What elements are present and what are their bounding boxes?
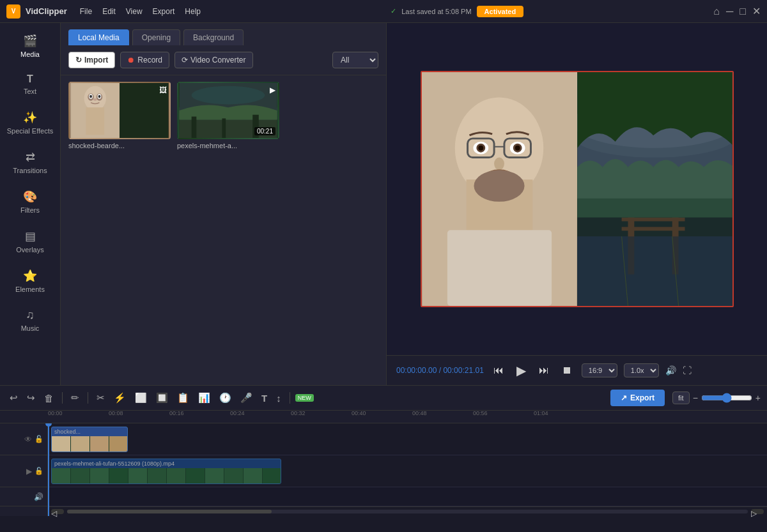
svg-rect-16 <box>192 117 197 138</box>
arrow-button[interactable]: ↕ <box>273 391 284 406</box>
scrollbar-thumb[interactable] <box>67 510 272 513</box>
media-item[interactable]: 🖼 <box>68 82 171 149</box>
sidebar: 🎬 Media T Text ✨ Special Effects ⇄ Trans… <box>0 23 61 385</box>
media-filter-select[interactable]: All Video Audio Image <box>332 52 378 68</box>
lock-icon-1[interactable]: 🔓 <box>35 435 43 443</box>
media-thumbnail[interactable]: 🖼 <box>68 82 171 139</box>
export-button[interactable]: ↗ Export <box>610 390 665 406</box>
voiceover-button[interactable]: 🎤 <box>237 390 256 406</box>
aspect-ratio-select[interactable]: 16:9 9:16 1:1 4:3 <box>582 363 617 377</box>
tab-background[interactable]: Background <box>183 29 244 45</box>
clip-thumb <box>52 468 71 484</box>
media-type-icon: 🖼 <box>159 86 167 95</box>
playback-speed-select[interactable]: 1.0x 0.5x 1.5x 2.0x <box>624 363 659 377</box>
scrollbar-track[interactable] <box>67 510 748 513</box>
next-frame-button[interactable]: ⏭ <box>536 363 552 378</box>
text-tl-button[interactable]: T <box>258 391 270 406</box>
play-button[interactable]: ▶ <box>513 361 529 380</box>
zoom-slider[interactable] <box>701 393 752 403</box>
maximize-icon[interactable]: □ <box>740 6 746 17</box>
svg-point-34 <box>474 170 524 201</box>
menu-export[interactable]: Export <box>153 7 175 16</box>
prev-frame-button[interactable]: ⏮ <box>490 363 507 378</box>
track-icon-1[interactable]: 👁 <box>24 435 32 444</box>
ruler-mark: 00:00 <box>48 411 63 416</box>
home-icon[interactable]: ⌂ <box>713 6 720 17</box>
sidebar-item-special-effects[interactable]: ✨ Special Effects <box>0 103 60 142</box>
copy-button[interactable]: 📋 <box>174 390 192 406</box>
chart-button[interactable]: 📊 <box>195 390 213 406</box>
scroll-left-btn[interactable]: ◁ <box>51 509 64 514</box>
track-icon-2[interactable]: ▶ <box>26 467 32 476</box>
svg-point-32 <box>494 158 504 171</box>
time-button[interactable]: 🕐 <box>216 390 235 406</box>
import-button[interactable]: ↻ Import <box>68 52 115 68</box>
sidebar-item-media[interactable]: 🎬 Media <box>0 26 60 66</box>
ruler-mark: 00:56 <box>473 411 488 416</box>
menu-bar: File Edit View Export Help <box>80 7 201 16</box>
video-converter-button[interactable]: ⟳ Video Converter <box>174 52 253 68</box>
volume-icon-tl[interactable]: 🔊 <box>34 492 43 501</box>
record-button[interactable]: ⏺ Record <box>120 52 169 68</box>
track-clip-2[interactable]: pexels-mehmet-ali-tufan-5512609 (1080p).… <box>51 459 281 484</box>
svg-point-10 <box>93 98 97 101</box>
sidebar-item-music[interactable]: ♫ Music <box>0 301 60 340</box>
clip-thumb <box>71 468 90 484</box>
minimize-icon[interactable]: ─ <box>726 6 733 17</box>
media-item[interactable]: 00:21 ▶ <box>177 82 279 149</box>
tracks-area: shocked... pexels-mehmet-ali-tufan-55126… <box>48 423 767 516</box>
volume-icon[interactable]: 🔊 <box>665 365 676 376</box>
tab-opening[interactable]: Opening <box>132 29 180 45</box>
overlays-icon: ▤ <box>25 229 36 243</box>
stop-button[interactable]: ⏹ <box>559 363 575 378</box>
lock-icon-2[interactable]: 🔓 <box>35 467 43 475</box>
close-icon[interactable]: ✕ <box>752 5 761 17</box>
menu-edit[interactable]: Edit <box>102 7 116 16</box>
track-clip-1[interactable]: shocked... <box>51 427 128 452</box>
tab-local-media[interactable]: Local Media <box>68 29 129 45</box>
activated-button[interactable]: Activated <box>477 6 524 17</box>
delete-button[interactable]: 🗑 <box>41 391 57 406</box>
titlebar-left: V VidClipper File Edit View Export Help <box>6 4 201 19</box>
crop-button[interactable]: ⬜ <box>132 390 150 406</box>
scroll-right-btn[interactable]: ▷ <box>751 509 764 514</box>
media-thumbnail[interactable]: 00:21 ▶ <box>177 82 279 139</box>
preview-nature-svg <box>577 72 732 306</box>
menu-file[interactable]: File <box>80 7 92 16</box>
menu-view[interactable]: View <box>126 7 143 16</box>
menu-help[interactable]: Help <box>185 7 201 16</box>
sidebar-item-transitions[interactable]: ⇄ Transitions <box>0 142 60 182</box>
sidebar-item-filters[interactable]: 🎨 Filters <box>0 182 60 222</box>
zoom-in-button[interactable]: + <box>755 393 761 403</box>
zoom-fit-button[interactable]: fit <box>672 391 690 404</box>
titlebar: V VidClipper File Edit View Export Help … <box>0 0 767 23</box>
edit-button[interactable]: ✏ <box>68 390 82 406</box>
bottom-section: ↩ ↪ 🗑 ✏ ✂ ⚡ ⬜ 🔲 📋 📊 🕐 🎤 T ↕ NEW ↗ Export… <box>0 385 767 532</box>
preview-panel: 00:00:00.00 / 00:00:21.01 ⏮ ▶ ⏭ ⏹ 16:9 9… <box>387 23 767 385</box>
undo-button[interactable]: ↩ <box>6 390 21 406</box>
sidebar-item-text[interactable]: T Text <box>0 66 60 103</box>
special-effects-icon: ✨ <box>23 110 37 125</box>
svg-rect-17 <box>222 118 226 138</box>
sidebar-item-elements[interactable]: ⭐ Elements <box>0 261 60 301</box>
clip-thumb <box>90 468 109 484</box>
svg-rect-47 <box>577 236 732 306</box>
playhead[interactable] <box>48 423 49 516</box>
svg-point-19 <box>192 86 265 105</box>
transform-button[interactable]: 🔲 <box>153 390 171 406</box>
timeline-scrollbar[interactable]: ◁ ▷ <box>48 506 767 516</box>
ruler-mark: 00:32 <box>291 411 306 416</box>
timeline: 👁 🔓 ▶ 🔓 🔊 s <box>0 423 767 532</box>
timeline-toolbar: ↩ ↪ 🗑 ✏ ✂ ⚡ ⬜ 🔲 📋 📊 🕐 🎤 T ↕ NEW ↗ Export… <box>0 385 767 411</box>
zoom-out-button[interactable]: − <box>693 393 698 403</box>
cut-button[interactable]: ✂ <box>93 390 108 406</box>
preview-vid-face <box>422 72 577 306</box>
clip-thumb <box>186 468 205 484</box>
save-status: ✓ Last saved at 5:08 PM Activated <box>391 6 523 17</box>
redo-button[interactable]: ↪ <box>24 390 38 406</box>
fullscreen-icon[interactable]: ⛶ <box>683 365 692 376</box>
media-panel: Local Media Opening Background ↻ Import … <box>61 23 387 385</box>
split-button[interactable]: ⚡ <box>111 390 129 406</box>
clip-thumb <box>263 468 281 484</box>
sidebar-item-overlays[interactable]: ▤ Overlays <box>0 222 60 261</box>
